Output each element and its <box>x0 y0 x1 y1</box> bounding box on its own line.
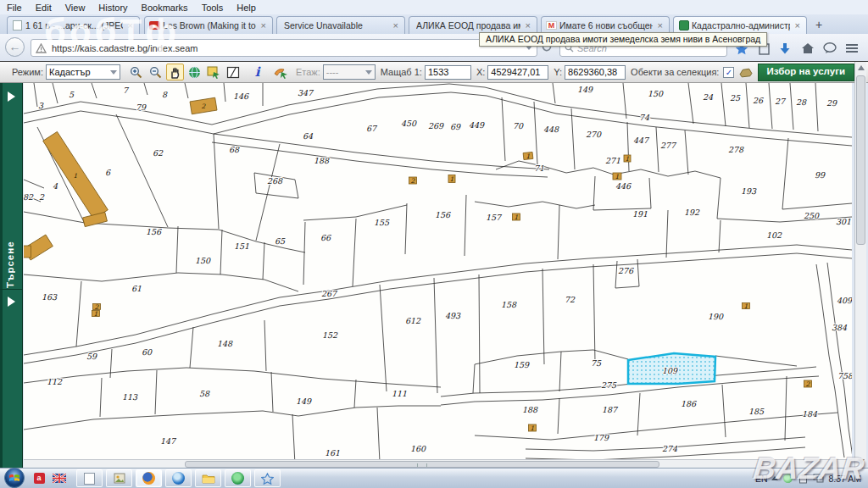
taskbar-window-button[interactable] <box>76 469 103 487</box>
parcels-checkbox[interactable]: ✓ <box>723 67 734 78</box>
vertical-scrollbar[interactable] <box>854 62 866 468</box>
x-coordinate-input[interactable] <box>487 65 548 80</box>
svg-text:5: 5 <box>69 90 75 99</box>
tab-title: Имате 6 нови съобщения о... <box>559 20 653 30</box>
floor-select[interactable]: ---- <box>323 64 376 80</box>
tab-gmail[interactable]: M Имате 6 нови съобщения о... × <box>541 16 670 34</box>
y-coordinate-input[interactable] <box>565 65 626 80</box>
menu-help[interactable]: Help <box>230 3 263 13</box>
svg-text:192: 192 <box>684 208 700 217</box>
menu-bookmarks[interactable]: Bookmarks <box>135 3 195 13</box>
select-area-button[interactable] <box>205 64 223 80</box>
feedback-button[interactable] <box>822 42 837 55</box>
svg-text:62: 62 <box>153 148 164 158</box>
svg-text:159: 159 <box>514 360 530 369</box>
svg-text:1: 1 <box>515 214 519 221</box>
network-tray-icon[interactable] <box>813 474 824 484</box>
taskbar-gis-button[interactable] <box>225 469 251 487</box>
clipboard-tray-icon[interactable] <box>798 474 809 484</box>
zoom-in-icon <box>130 66 142 79</box>
taskbar-app-button[interactable] <box>106 469 132 487</box>
measure-tool-button[interactable] <box>272 64 290 80</box>
page-icon <box>12 20 23 31</box>
select-services-button[interactable]: Избор на услуги <box>758 64 855 81</box>
svg-text:191: 191 <box>632 209 648 219</box>
svg-text:271: 271 <box>605 156 620 165</box>
expand-arrow-icon[interactable] <box>8 297 15 307</box>
sidebar-edge <box>0 83 3 468</box>
tab-jpeg-image[interactable]: 1 61 в - ...ари-ск... (JPEG Im... × <box>7 16 140 34</box>
home-button[interactable] <box>800 42 815 55</box>
svg-text:152: 152 <box>322 330 338 340</box>
cadastral-map[interactable]: 2121111121112 35781467962686428226834764… <box>24 83 852 459</box>
start-button[interactable] <box>3 467 25 488</box>
select-polygon-button[interactable] <box>225 64 242 80</box>
vertical-scrollbar-thumb[interactable] <box>856 75 865 245</box>
menu-view[interactable]: View <box>58 3 92 13</box>
url-bar[interactable]: https://kais.cadastre.bg/index.seam <box>31 39 537 57</box>
zoom-in-button[interactable] <box>127 64 145 80</box>
svg-text:1: 1 <box>94 310 98 318</box>
close-icon[interactable]: × <box>259 20 268 30</box>
close-icon[interactable]: × <box>524 20 532 30</box>
svg-text:66: 66 <box>320 233 331 242</box>
svg-text:250: 250 <box>804 211 820 220</box>
svg-text:146: 146 <box>233 92 249 101</box>
antivirus-tray-icon[interactable] <box>782 474 793 484</box>
tab-title: Les Brown (Making it toda... <box>163 20 256 30</box>
menu-hamburger-button[interactable] <box>844 42 860 55</box>
zoom-out-button[interactable] <box>147 64 164 80</box>
language-indicator[interactable]: EN <box>755 474 768 484</box>
svg-text:155: 155 <box>374 218 390 227</box>
taskbar-firefox-button[interactable] <box>136 469 162 487</box>
svg-text:68: 68 <box>229 145 240 154</box>
uk-flag-language-icon[interactable] <box>53 473 66 485</box>
downloads-button[interactable] <box>777 42 793 55</box>
menu-file[interactable]: File <box>0 3 29 13</box>
scroll-up-icon[interactable] <box>858 65 865 70</box>
info-tool-button[interactable]: i <box>248 64 266 80</box>
folder-icon <box>202 473 215 484</box>
horizontal-scrollbar[interactable] <box>24 459 852 468</box>
svg-text:278: 278 <box>728 145 744 154</box>
expand-arrow-icon[interactable] <box>8 92 15 102</box>
back-button[interactable]: ← <box>5 37 25 57</box>
close-icon[interactable]: × <box>656 20 665 30</box>
svg-text:268: 268 <box>267 176 283 186</box>
mode-value: Кадастър <box>49 67 91 77</box>
pan-tool-button[interactable] <box>166 64 184 80</box>
svg-text:160: 160 <box>410 444 426 453</box>
close-icon[interactable]: × <box>392 20 400 30</box>
svg-text:447: 447 <box>633 136 650 145</box>
menu-history[interactable]: History <box>92 3 134 13</box>
close-icon[interactable]: × <box>793 20 802 30</box>
full-extent-button[interactable] <box>186 64 203 80</box>
show-hidden-icons[interactable] <box>771 476 778 480</box>
clock[interactable]: 8:57 AM <box>828 474 861 484</box>
tab-service-unavailable[interactable]: Service Unavailable × <box>276 16 405 34</box>
floor-label: Етаж: <box>296 67 320 77</box>
new-tab-button[interactable]: + <box>810 18 827 31</box>
scroll-down-icon[interactable] <box>858 459 865 464</box>
svg-text:102: 102 <box>766 230 782 240</box>
taskbar-explorer-button[interactable] <box>195 469 221 487</box>
scale-input[interactable] <box>425 65 471 80</box>
tab-youtube[interactable]: ► Les Brown (Making it toda... × <box>144 16 273 34</box>
menu-tools[interactable]: Tools <box>195 3 231 13</box>
sidebar-search-label[interactable]: Търсене <box>5 212 15 288</box>
svg-text:267: 267 <box>321 289 338 298</box>
tab-alika-eood[interactable]: АЛИКА ЕООД продава имоти ... × <box>409 16 537 34</box>
taskbar-google-earth-button[interactable] <box>165 469 192 487</box>
svg-text:75: 75 <box>591 358 602 368</box>
svg-text:109: 109 <box>662 366 678 375</box>
svg-text:74: 74 <box>639 113 650 122</box>
tab-cadastre-active[interactable]: Кадастрално-администра... × <box>673 16 807 34</box>
close-icon[interactable]: × <box>126 20 135 30</box>
horizontal-scrollbar-thumb[interactable] <box>185 461 659 468</box>
svg-text:186: 186 <box>681 399 697 408</box>
red-app-icon[interactable]: a <box>32 473 46 485</box>
taskbar-star-button[interactable] <box>254 469 281 487</box>
parcel-numbers-layer: 3578146796268642822683476467450269694491… <box>24 85 852 458</box>
mode-select[interactable]: Кадастър <box>46 64 120 80</box>
menu-edit[interactable]: Edit <box>29 3 58 13</box>
